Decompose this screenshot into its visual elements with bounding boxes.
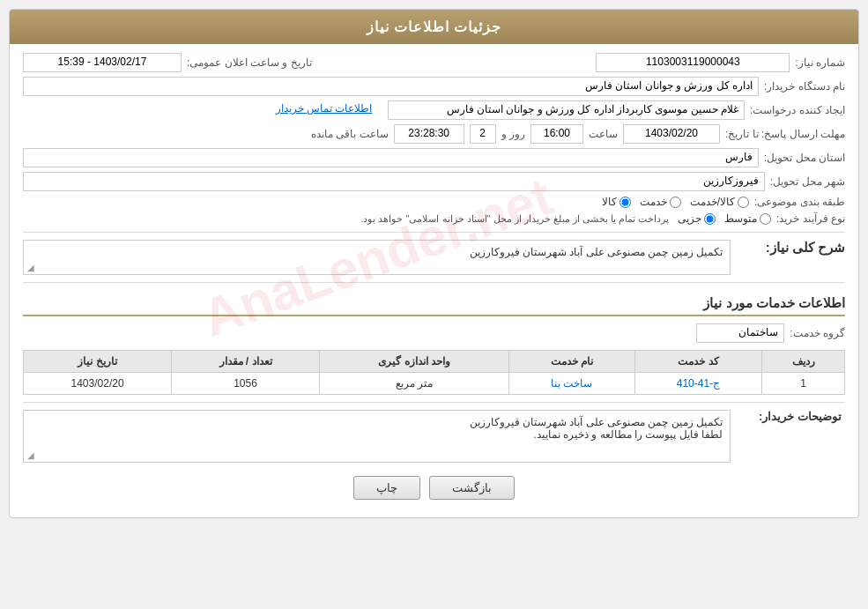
separator3 <box>23 402 845 403</box>
col-unit: واحد اندازه گیری <box>319 351 508 373</box>
radio-jozi-label: جزیی <box>678 212 701 225</box>
radio-kala[interactable]: کالا <box>602 196 631 208</box>
cell-row-num: 1 <box>762 373 845 395</box>
process-row: نوع فرآیند خرید: متوسط جزیی پرداخت تمام … <box>23 212 845 225</box>
group-service-label: گروه خدمت: <box>790 327 845 339</box>
category-radios: کالا/خدمت خدمت کالا <box>602 196 749 208</box>
card-header: جزئیات اطلاعات نیاز <box>10 10 858 44</box>
col-quantity: تعداد / مقدار <box>172 351 320 373</box>
table-header-row: ردیف کد خدمت نام خدمت واحد اندازه گیری ت… <box>24 351 845 373</box>
date-label: تاریخ و ساعت اعلان عمومی: <box>187 56 312 69</box>
radio-jozi-input[interactable] <box>704 213 716 225</box>
group-service-row: گروه خدمت: ساختمان <box>23 323 845 343</box>
radio-kala-khadamat-label: کالا/خدمت <box>690 196 735 208</box>
separator1 <box>23 232 845 233</box>
top-info-row2: نام دستگاه خریدار: اداره کل ورزش و جوانا… <box>23 77 845 96</box>
buyer-notes-line2: لطفا فایل پیوست را مطالعه و ذخیره نمایید… <box>31 428 723 441</box>
need-desc-container: تکمیل زمین چمن مصنوعی علی آباد شهرستان ف… <box>23 240 731 275</box>
deadline-day-label: روز و <box>501 128 525 140</box>
city-value: فیروزکارزین <box>23 172 765 191</box>
radio-jozi[interactable]: جزیی <box>678 212 716 225</box>
need-number-label: شماره نیاز: <box>795 56 845 69</box>
buyer-notes-section: توضیحات خریدار: تکمیل زمین چمن مصنوعی عل… <box>23 410 845 463</box>
cell-unit: متر مربع <box>319 373 508 395</box>
cell-service-name[interactable]: ساخت بنا <box>509 373 634 395</box>
card-body: شماره نیاز: 1103003119000043 تاریخ و ساع… <box>10 44 858 517</box>
col-row-num: ردیف <box>762 351 845 373</box>
top-info-row4: مهلت ارسال پاسخ: تا تاریخ: 1403/02/20 سا… <box>23 124 845 144</box>
radio-motavaset[interactable]: متوسط <box>724 212 771 225</box>
province-value: فارس <box>23 148 759 167</box>
org-name-label: نام دستگاه خریدار: <box>764 80 845 93</box>
col-date: تاریخ نیاز <box>24 351 172 373</box>
org-name-value: اداره کل ورزش و جوانان استان فارس <box>23 77 759 96</box>
top-info-row3: ایجاد کننده درخواست: غلام حسین موسوی کار… <box>23 100 845 120</box>
need-desc-section: شرح کلی نیاز: تکمیل زمین چمن مصنوعی علی … <box>23 240 845 275</box>
city-label: شهر محل تحویل: <box>770 175 845 188</box>
process-radios: متوسط جزیی پرداخت تمام یا بخشی از مبلغ خ… <box>23 212 771 225</box>
cell-quantity: 1056 <box>172 373 320 395</box>
deadline-date: 1403/02/20 <box>623 124 720 144</box>
col-service-code: کد خدمت <box>634 351 762 373</box>
radio-khadamat[interactable]: خدمت <box>640 196 681 208</box>
deadline-time: 16:00 <box>530 124 583 144</box>
resize-handle2: ◢ <box>27 450 34 460</box>
main-card: جزئیات اطلاعات نیاز شماره نیاز: 11030031… <box>9 9 859 518</box>
cell-service-code[interactable]: ج-41-410 <box>634 373 762 395</box>
top-info-row6: شهر محل تحویل: فیروزکارزین <box>23 172 845 191</box>
need-desc-box: تکمیل زمین چمن مصنوعی علی آباد شهرستان ف… <box>23 240 731 275</box>
cell-date: 1403/02/20 <box>24 373 172 395</box>
services-title: اطلاعات خدمات مورد نیاز <box>23 295 845 316</box>
table-row: 1 ج-41-410 ساخت بنا متر مربع 1056 1403/0… <box>24 373 845 395</box>
button-row: بازگشت چاپ <box>23 476 845 500</box>
radio-kala-input[interactable] <box>619 197 631 208</box>
col-service-name: نام خدمت <box>509 351 634 373</box>
page-title: جزئیات اطلاعات نیاز <box>367 19 502 34</box>
buyer-notes-container: تکمیل زمین چمن مصنوعی علی آباد شهرستان ف… <box>23 410 731 463</box>
radio-kala-label: کالا <box>602 196 617 208</box>
creator-value: غلام حسین موسوی کاربرداز اداره کل ورزش و… <box>388 100 745 120</box>
radio-khadamat-label: خدمت <box>640 196 667 208</box>
page-wrapper: جزئیات اطلاعات نیاز شماره نیاز: 11030031… <box>0 0 868 609</box>
need-number-value: 1103003119000043 <box>596 53 790 72</box>
category-row: طبقه بندی موضوعی: کالا/خدمت خدمت کالا <box>23 196 845 208</box>
process-desc: پرداخت تمام یا بخشی از مبلغ خریدار از مح… <box>360 213 669 225</box>
need-desc-title: شرح کلی نیاز: <box>731 240 845 256</box>
back-button[interactable]: بازگشت <box>429 476 515 500</box>
separator2 <box>23 282 845 283</box>
radio-khadamat-input[interactable] <box>670 197 681 208</box>
radio-kala-khadamat-input[interactable] <box>738 197 749 208</box>
buyer-notes-label: توضیحات خریدار: <box>731 410 845 423</box>
print-button[interactable]: چاپ <box>353 476 420 500</box>
buyer-notes-line1: تکمیل زمین چمن مصنوعی علی آباد شهرستان ف… <box>31 416 723 428</box>
deadline-remaining-label: ساعت باقی مانده <box>311 128 389 140</box>
creator-label: ایجاد کننده درخواست: <box>750 104 845 116</box>
top-info-row5: استان محل تحویل: فارس <box>23 148 845 167</box>
deadline-remaining: 23:28:30 <box>394 124 464 144</box>
deadline-label: مهلت ارسال پاسخ: تا تاریخ: <box>725 128 845 140</box>
radio-motavaset-label: متوسط <box>724 212 757 225</box>
province-label: استان محل تحویل: <box>764 152 845 164</box>
group-service-value: ساختمان <box>696 323 784 343</box>
deadline-time-label: ساعت <box>589 128 618 140</box>
services-table: ردیف کد خدمت نام خدمت واحد اندازه گیری ت… <box>23 350 845 395</box>
top-info-row1: شماره نیاز: 1103003119000043 تاریخ و ساع… <box>23 53 845 72</box>
process-label: نوع فرآیند خرید: <box>776 212 845 225</box>
category-label: طبقه بندی موضوعی: <box>754 196 845 208</box>
deadline-days: 2 <box>470 124 496 144</box>
radio-kala-khadamat[interactable]: کالا/خدمت <box>690 196 749 208</box>
need-desc-text: تکمیل زمین چمن مصنوعی علی آباد شهرستان ف… <box>470 246 723 258</box>
contact-link[interactable]: اطلاعات تماس خریدار <box>23 100 378 120</box>
date-value: 1403/02/17 - 15:39 <box>23 53 182 72</box>
resize-handle: ◢ <box>27 263 34 272</box>
radio-motavaset-input[interactable] <box>760 213 771 225</box>
buyer-notes-box: تکمیل زمین چمن مصنوعی علی آباد شهرستان ف… <box>23 410 731 463</box>
